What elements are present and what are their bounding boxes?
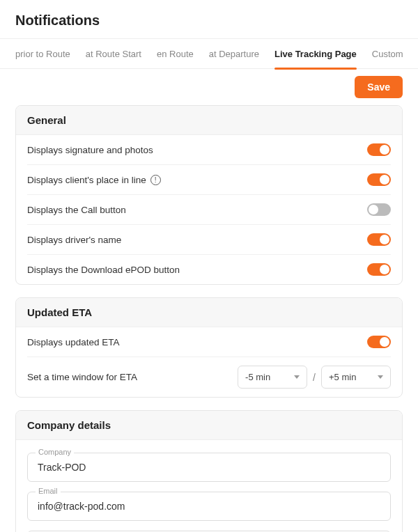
page-title: Notifications [15,13,403,29]
toggle[interactable] [367,233,391,246]
panel-general-title: General [16,106,402,135]
toggle[interactable] [367,143,391,156]
general-row-label: Displays signature and photos [27,145,153,155]
eta-separator: / [313,372,316,383]
general-row: Displays the Call button [27,195,391,225]
email-field[interactable] [27,492,391,521]
tab-live-tracking-page[interactable]: Live Tracking Page [274,38,357,69]
toggle-updated-eta[interactable] [367,336,391,348]
eta-upper-value: +5 min [329,372,356,382]
tab-prior-to-route[interactable]: prior to Route [15,38,70,69]
general-row-label: Displays driver's name [27,235,121,245]
eta-lower-select[interactable]: -5 min [238,366,307,389]
general-row: Displays driver's name [27,225,391,255]
company-field[interactable] [27,453,391,482]
email-label: Email [36,487,61,495]
chevron-down-icon [378,375,383,379]
eta-toggle-label: Displays updated ETA [27,337,120,347]
panel-company: Company details Company Email [15,410,403,532]
company-label: Company [36,448,74,456]
tab-at-departure[interactable]: at Departure [209,38,259,69]
tab-custom[interactable]: Custom [372,38,403,69]
general-row-label: Displays the Call button [27,205,126,215]
panel-general: General Displays signature and photosDis… [15,105,403,285]
general-row: Displays the Download ePOD button [27,255,391,284]
tabs: prior to Routeat Route Starten Routeat D… [0,38,418,69]
eta-toggle-row: Displays updated ETA [27,327,391,357]
general-row: Displays signature and photos [27,135,391,165]
general-row: Displays client's place in line! [27,165,391,195]
eta-upper-select[interactable]: +5 min [321,366,391,389]
panel-eta-title: Updated ETA [16,298,402,327]
panel-company-title: Company details [16,411,402,440]
eta-window-row: Set a time window for ETA -5 min / +5 mi… [27,357,391,397]
general-row-label: Displays the Download ePOD button [27,265,180,275]
general-row-label: Displays client's place in line [27,175,146,185]
panel-eta: Updated ETA Displays updated ETA Set a t… [15,297,403,398]
chevron-down-icon [294,375,300,379]
tab-at-route-start[interactable]: at Route Start [86,38,141,69]
toggle[interactable] [367,203,391,216]
eta-window-label: Set a time window for ETA [27,372,137,382]
toggle[interactable] [367,263,391,276]
info-icon[interactable]: ! [150,175,161,185]
toggle[interactable] [367,173,391,186]
eta-lower-value: -5 min [245,372,270,382]
tab-en-route[interactable]: en Route [157,38,194,69]
save-button[interactable]: Save [355,76,403,98]
